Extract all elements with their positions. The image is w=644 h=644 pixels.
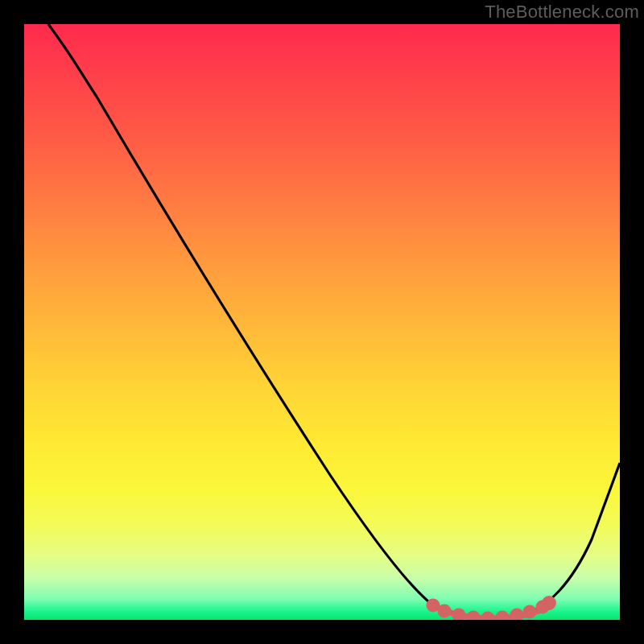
svg-point-9 [545,599,554,608]
svg-point-5 [498,613,506,620]
svg-point-1 [440,607,448,615]
bottleneck-curve [24,24,620,620]
svg-point-7 [526,608,534,616]
svg-point-3 [469,613,477,620]
chart-frame: TheBottleneck.com [0,0,644,644]
svg-point-0 [429,601,437,609]
optimal-highlight [429,599,554,621]
svg-point-2 [455,611,463,619]
plot-area [24,24,620,620]
svg-point-4 [484,614,492,620]
curve-path [48,24,620,618]
svg-point-6 [513,611,521,619]
watermark-text: TheBottleneck.com [485,2,639,23]
